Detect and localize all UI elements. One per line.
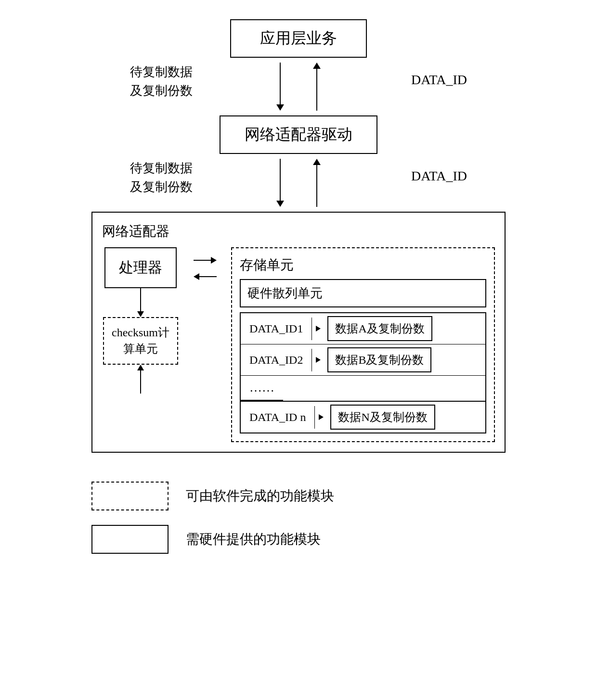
arrow-up-1 <box>313 63 321 111</box>
arrow-up-2 <box>313 159 321 207</box>
data-content-1: 数据A及复制份数 <box>327 316 432 341</box>
storage-label: 存储单元 <box>240 256 486 274</box>
network-driver-box: 网络适配器驱动 <box>220 115 377 154</box>
left-side: 处理器 checksum计 算单元 <box>102 247 179 394</box>
processor-box: 处理器 <box>104 247 177 288</box>
dots-cell: …… <box>241 376 283 401</box>
flow1-right-label: DATA_ID <box>411 72 467 88</box>
data-id-n: DATA_ID n <box>241 406 315 429</box>
network-adapter-label: 网络适配器 <box>102 222 495 241</box>
legend-dashed-text: 可由软件完成的功能模块 <box>186 487 334 505</box>
data-id-2: DATA_ID2 <box>241 349 312 371</box>
legend-item-dashed: 可由软件完成的功能模块 <box>91 482 506 510</box>
rown-arrow <box>319 414 324 420</box>
hw-hash-box: 硬件散列单元 <box>240 279 486 307</box>
checksum-box: checksum计 算单元 <box>103 317 178 365</box>
storage-unit: 存储单元 硬件散列单元 DATA_ID1 <box>231 247 495 442</box>
legend-item-solid: 需硬件提供的功能模块 <box>91 525 506 554</box>
legend: 可由软件完成的功能模块 需硬件提供的功能模块 <box>91 482 506 554</box>
proc-down-arrow <box>137 288 144 317</box>
lr-arrows <box>194 247 217 280</box>
arrow-down-2 <box>276 159 284 207</box>
legend-solid-box <box>91 525 169 554</box>
table-row: DATA_ID1 数据A及复制份数 <box>241 313 485 344</box>
network-adapter-box: 网络适配器 处理器 <box>91 212 506 453</box>
arrow-left <box>194 273 217 280</box>
app-layer-label: 应用层业务 <box>260 29 337 47</box>
network-driver-label: 网络适配器驱动 <box>245 126 352 143</box>
table-row: DATA_ID n 数据N及复制份数 <box>241 402 485 433</box>
checksum-up-arrow <box>102 365 179 394</box>
data-id-1: DATA_ID1 <box>241 318 312 340</box>
table-row: DATA_ID2 数据B及复制份数 <box>241 344 485 376</box>
checksum-line1: checksum计 <box>112 325 169 341</box>
table-row-dots: …… <box>241 376 485 402</box>
row2-arrow <box>316 357 321 363</box>
data-content-n: 数据N及复制份数 <box>330 405 435 430</box>
legend-dashed-box <box>91 482 169 510</box>
flow1-left-label: 待复制数据 及复制份数 <box>130 63 193 100</box>
flow2-left-label: 待复制数据 及复制份数 <box>130 159 193 196</box>
row1-arrow <box>316 326 321 331</box>
data-rows-container: DATA_ID1 数据A及复制份数 DATA_ID2 <box>240 312 486 433</box>
flow2-right-label: DATA_ID <box>411 168 467 184</box>
checksum-line2: 算单元 <box>112 341 169 357</box>
legend-solid-text: 需硬件提供的功能模块 <box>186 530 321 548</box>
arrow-right <box>194 257 217 264</box>
data-content-2: 数据B及复制份数 <box>327 347 431 372</box>
app-layer-box: 应用层业务 <box>230 19 367 58</box>
arrow-down-1 <box>276 63 284 111</box>
hw-hash-label: 硬件散列单元 <box>247 286 323 300</box>
processor-label: 处理器 <box>119 259 162 275</box>
